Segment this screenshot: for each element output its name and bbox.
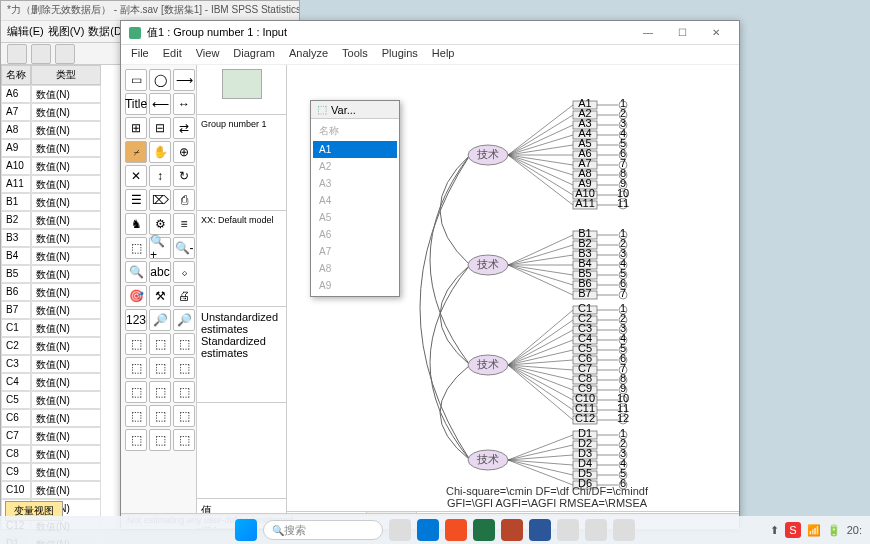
tool-button[interactable]: ⬚: [149, 357, 171, 379]
tool-button[interactable]: ⎙: [173, 189, 195, 211]
cell-name[interactable]: A6: [1, 85, 31, 103]
tool-button[interactable]: 🖨: [173, 285, 195, 307]
tool-button[interactable]: ⚒: [149, 285, 171, 307]
cell-type[interactable]: 数值(N): [31, 391, 101, 409]
col-name[interactable]: 名称: [1, 65, 31, 85]
tool-button[interactable]: ⌦: [149, 189, 171, 211]
tool-button[interactable]: ⬚: [125, 237, 147, 259]
maximize-button[interactable]: ☐: [667, 23, 697, 43]
cell-name[interactable]: B4: [1, 247, 31, 265]
tool-button[interactable]: ⬚: [173, 429, 195, 451]
tool-button[interactable]: ⟶: [173, 69, 195, 91]
tool-button[interactable]: ⬚: [125, 381, 147, 403]
cell-type[interactable]: 数值(N): [31, 481, 101, 499]
tool-button[interactable]: ⌿: [125, 141, 147, 163]
tool-button[interactable]: ⬚: [125, 429, 147, 451]
cell-type[interactable]: 数值(N): [31, 229, 101, 247]
tool-button[interactable]: Title: [125, 93, 147, 115]
tool-button[interactable]: ⬚: [125, 357, 147, 379]
tool-button[interactable]: 123: [125, 309, 147, 331]
tool-button[interactable]: ⬚: [173, 405, 195, 427]
cell-type[interactable]: 数值(N): [31, 373, 101, 391]
model-thumbnail[interactable]: [222, 69, 262, 99]
tool-button[interactable]: ✕: [125, 165, 147, 187]
tool-button[interactable]: ⬚: [173, 333, 195, 355]
tool-button[interactable]: ⬚: [149, 405, 171, 427]
tool-button[interactable]: ⚙: [149, 213, 171, 235]
tool-button[interactable]: ⬚: [149, 333, 171, 355]
tree-std[interactable]: Standardized estimates: [201, 335, 282, 359]
spss-menu-view[interactable]: 视图(V): [48, 24, 85, 39]
tool-button[interactable]: ⬦: [173, 261, 195, 283]
start-button[interactable]: [235, 519, 257, 541]
cell-name[interactable]: B5: [1, 265, 31, 283]
cell-name[interactable]: B6: [1, 283, 31, 301]
cell-name[interactable]: A8: [1, 121, 31, 139]
cell-name[interactable]: B3: [1, 229, 31, 247]
tool-button[interactable]: 🔍+: [149, 237, 171, 259]
tool-button[interactable]: ↔: [173, 93, 195, 115]
tray-sogou-icon[interactable]: S: [785, 522, 800, 538]
menu-tools[interactable]: Tools: [342, 47, 368, 62]
tray-wifi-icon[interactable]: 📶: [807, 524, 821, 537]
cell-type[interactable]: 数值(N): [31, 409, 101, 427]
tool-button[interactable]: 🔍: [125, 261, 147, 283]
tool-button[interactable]: ⟵: [149, 93, 171, 115]
task-office-icon[interactable]: [445, 519, 467, 541]
cell-name[interactable]: C5: [1, 391, 31, 409]
task-explorer-icon[interactable]: [389, 519, 411, 541]
cell-name[interactable]: B7: [1, 301, 31, 319]
cell-name[interactable]: C9: [1, 463, 31, 481]
tool-button[interactable]: 🔎: [149, 309, 171, 331]
variable-item[interactable]: A6: [313, 226, 397, 243]
tool-button[interactable]: 🎯: [125, 285, 147, 307]
tool-button[interactable]: ◯: [149, 69, 171, 91]
cell-type[interactable]: 数值(N): [31, 445, 101, 463]
taskbar-search[interactable]: 🔍 搜索: [263, 520, 383, 540]
variable-item[interactable]: 名称: [313, 121, 397, 141]
spss-menu-edit[interactable]: 编辑(E): [7, 24, 44, 39]
cell-type[interactable]: 数值(N): [31, 283, 101, 301]
tray-clock[interactable]: 20:: [847, 524, 862, 536]
cell-type[interactable]: 数值(N): [31, 427, 101, 445]
tool-button[interactable]: abc: [149, 261, 171, 283]
menu-edit[interactable]: Edit: [163, 47, 182, 62]
cell-type[interactable]: 数值(N): [31, 175, 101, 193]
tree-group[interactable]: Group number 1: [197, 115, 286, 211]
tool-button[interactable]: ⬚: [173, 357, 195, 379]
tool-button[interactable]: ⊞: [125, 117, 147, 139]
variables-popup-title[interactable]: ⬚ Var...: [311, 101, 399, 119]
tool-button[interactable]: ✋: [149, 141, 171, 163]
variable-item[interactable]: A4: [313, 192, 397, 209]
tool-button[interactable]: ⬚: [173, 381, 195, 403]
tool-button[interactable]: ⬚: [125, 405, 147, 427]
task-edge-icon[interactable]: [417, 519, 439, 541]
cell-name[interactable]: C7: [1, 427, 31, 445]
cell-name[interactable]: C4: [1, 373, 31, 391]
minimize-button[interactable]: —: [633, 23, 663, 43]
cell-name[interactable]: C3: [1, 355, 31, 373]
cell-type[interactable]: 数值(N): [31, 319, 101, 337]
tool-button[interactable]: 🔎: [173, 309, 195, 331]
tool-button[interactable]: ⬚: [149, 429, 171, 451]
variable-item[interactable]: A9: [313, 277, 397, 294]
task-app-icon[interactable]: [585, 519, 607, 541]
variable-item[interactable]: A1: [313, 141, 397, 158]
cell-name[interactable]: C1: [1, 319, 31, 337]
variable-item[interactable]: A7: [313, 243, 397, 260]
task-excel-icon[interactable]: [473, 519, 495, 541]
tool-button[interactable]: ≡: [173, 213, 195, 235]
cell-type[interactable]: 数值(N): [31, 337, 101, 355]
cell-type[interactable]: 数值(N): [31, 85, 101, 103]
cell-type[interactable]: 数值(N): [31, 193, 101, 211]
cell-type[interactable]: 数值(N): [31, 463, 101, 481]
menu-file[interactable]: File: [131, 47, 149, 62]
variable-item[interactable]: A2: [313, 158, 397, 175]
cell-name[interactable]: A10: [1, 157, 31, 175]
tool-button[interactable]: ↕: [149, 165, 171, 187]
tool-button[interactable]: 🔍-: [173, 237, 195, 259]
cell-name[interactable]: C2: [1, 337, 31, 355]
save-icon[interactable]: [55, 44, 75, 64]
cell-type[interactable]: 数值(N): [31, 355, 101, 373]
task-word-icon[interactable]: [529, 519, 551, 541]
